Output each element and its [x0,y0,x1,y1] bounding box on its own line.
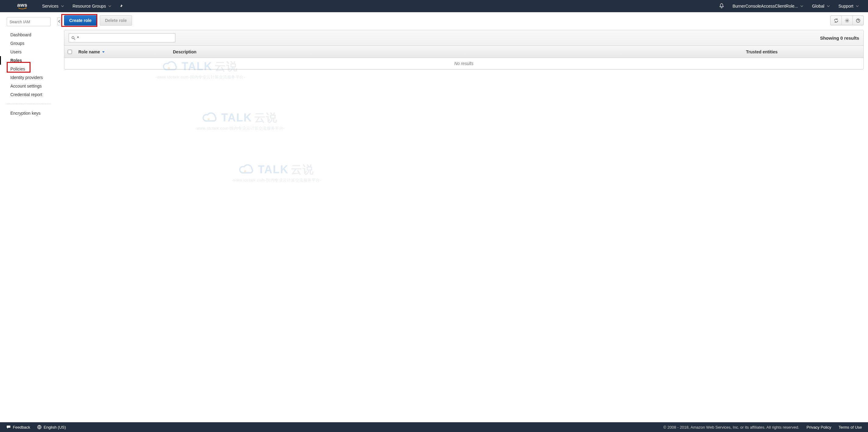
sort-down-icon [102,50,105,53]
sidebar: Dashboard Groups Users Roles Policies Id… [0,12,57,422]
filter-box[interactable] [69,33,175,42]
footer: Feedback English (US) © 2008 - 2018, Ama… [0,422,868,432]
footer-feedback[interactable]: Feedback [6,425,30,430]
sidebar-item-policies[interactable]: Policies [0,65,57,73]
empty-state: No results [64,58,863,69]
nav-resource-groups-label: Resource Groups [72,4,106,8]
nav-services-label: Services [42,4,59,8]
nav-support-label: Support [838,4,854,8]
action-bar: Create role Delete role [64,15,864,26]
filter-input[interactable] [77,35,173,40]
sidebar-divider [7,104,51,104]
nav-account-label: BurnerConsoleAccessClientRole... [733,4,798,8]
column-description-label: Description [173,50,196,54]
aws-logo[interactable]: aws [17,2,27,10]
nav-account[interactable]: BurnerConsoleAccessClientRole... [728,0,808,12]
bell-icon [719,3,724,8]
column-description[interactable]: Description [170,50,743,54]
sidebar-item-encryption-keys[interactable]: Encryption keys [0,109,57,118]
globe-icon [37,425,42,430]
footer-language[interactable]: English (US) [37,425,66,430]
nav-services[interactable]: Services [38,0,68,12]
column-role-name-label: Role name [79,50,100,54]
aws-logo-text: aws [17,2,27,8]
select-all-checkbox[interactable] [68,50,72,54]
column-trusted-entities[interactable]: Trusted entities [743,50,863,54]
footer-feedback-label: Feedback [13,425,30,430]
nav-region[interactable]: Global [808,0,834,12]
caret-down-icon [827,5,830,8]
caret-down-icon [108,5,111,8]
footer-language-label: English (US) [43,425,66,430]
nav-region-label: Global [812,4,824,8]
svg-point-0 [846,20,847,21]
column-trusted-entities-label: Trusted entities [746,50,777,54]
gear-icon [845,18,849,23]
chevron-left-icon [58,20,60,23]
roles-panel: Showing 0 results Role name Description … [64,30,864,69]
top-navigation: aws Services Resource Groups BurnerConso… [0,0,868,12]
column-role-name[interactable]: Role name [75,50,170,54]
sidebar-item-users[interactable]: Users [0,48,57,56]
sidebar-item-dashboard[interactable]: Dashboard [0,31,57,39]
footer-copyright: © 2008 - 2018, Amazon Web Services, Inc.… [663,425,799,430]
sidebar-collapse-area [57,12,61,422]
pin-icon [119,4,123,8]
results-count: Showing 0 results [820,35,859,40]
toolbar-icon-group [830,16,864,25]
create-role-button[interactable]: Create role [64,15,97,26]
sidebar-item-roles[interactable]: Roles [0,56,57,65]
sidebar-item-groups[interactable]: Groups [0,39,57,48]
aws-smile-icon [17,8,27,10]
search-icon [71,36,75,40]
settings-button[interactable] [841,16,852,25]
filter-bar: Showing 0 results [64,30,863,46]
delete-role-button[interactable]: Delete role [100,15,132,26]
svg-point-2 [72,36,74,38]
sidebar-search-input[interactable] [7,17,51,26]
sidebar-collapse-handle[interactable] [57,18,61,25]
help-button[interactable] [852,16,863,25]
caret-down-icon [800,5,803,8]
nav-resource-groups[interactable]: Resource Groups [68,0,116,12]
table-header: Role name Description Trusted entities [64,46,863,58]
refresh-button[interactable] [831,16,841,25]
nav-notifications[interactable] [715,3,728,9]
sidebar-item-identity-providers[interactable]: Identity providers [0,73,57,82]
nav-support[interactable]: Support [834,0,863,12]
main-content: Create role Delete role Sho [61,12,868,422]
help-icon [856,18,860,23]
sidebar-item-account-settings[interactable]: Account settings [0,82,57,90]
feedback-icon [6,425,11,430]
caret-down-icon [61,5,64,8]
sidebar-item-credential-report[interactable]: Credential report [0,90,57,99]
nav-pin[interactable] [116,0,126,12]
caret-down-icon [856,5,859,8]
footer-terms-link[interactable]: Terms of Use [838,425,862,430]
footer-privacy-link[interactable]: Privacy Policy [807,425,831,430]
refresh-icon [834,18,838,23]
